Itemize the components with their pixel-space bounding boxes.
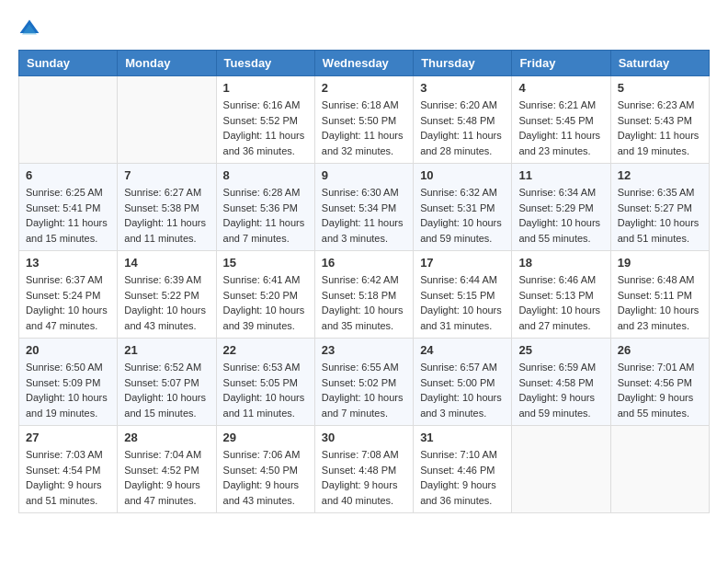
- day-number: 5: [618, 81, 702, 95]
- calendar-cell: 17Sunrise: 6:44 AMSunset: 5:15 PMDayligh…: [414, 251, 512, 339]
- weekday-header: Sunday: [19, 51, 118, 76]
- day-number: 18: [518, 256, 603, 270]
- day-info: Sunrise: 6:30 AMSunset: 5:34 PMDaylight:…: [322, 185, 406, 246]
- day-number: 1: [223, 81, 308, 95]
- weekday-header: Wednesday: [314, 51, 413, 76]
- calendar-cell: 5Sunrise: 6:23 AMSunset: 5:43 PMDaylight…: [610, 76, 709, 164]
- day-number: 14: [124, 256, 209, 270]
- calendar-cell: 12Sunrise: 6:35 AMSunset: 5:27 PMDayligh…: [610, 164, 709, 251]
- calendar-week-row: 20Sunrise: 6:50 AMSunset: 5:09 PMDayligh…: [19, 339, 710, 426]
- calendar-cell: 29Sunrise: 7:06 AMSunset: 4:50 PMDayligh…: [216, 426, 314, 513]
- calendar-cell: 26Sunrise: 7:01 AMSunset: 4:56 PMDayligh…: [610, 339, 709, 426]
- day-info: Sunrise: 7:10 AMSunset: 4:46 PMDaylight:…: [420, 447, 505, 508]
- day-number: 28: [124, 431, 209, 444]
- day-number: 11: [518, 168, 603, 182]
- day-number: 30: [322, 431, 406, 444]
- day-number: 31: [420, 431, 505, 444]
- day-info: Sunrise: 6:28 AMSunset: 5:36 PMDaylight:…: [223, 185, 308, 246]
- day-number: 19: [618, 256, 702, 270]
- day-info: Sunrise: 6:41 AMSunset: 5:20 PMDaylight:…: [223, 272, 308, 333]
- calendar-cell: 14Sunrise: 6:39 AMSunset: 5:22 PMDayligh…: [118, 251, 216, 339]
- day-number: 7: [124, 168, 209, 182]
- day-number: 15: [223, 256, 308, 270]
- logo: [18, 18, 44, 40]
- calendar-cell: 23Sunrise: 6:55 AMSunset: 5:02 PMDayligh…: [314, 339, 413, 426]
- calendar-cell: 2Sunrise: 6:18 AMSunset: 5:50 PMDaylight…: [314, 76, 413, 164]
- calendar-cell: [118, 76, 216, 164]
- day-number: 21: [124, 343, 209, 357]
- day-info: Sunrise: 7:03 AMSunset: 4:54 PMDaylight:…: [26, 447, 110, 508]
- day-info: Sunrise: 6:23 AMSunset: 5:43 PMDaylight:…: [618, 98, 702, 158]
- calendar-cell: 24Sunrise: 6:57 AMSunset: 5:00 PMDayligh…: [414, 339, 512, 426]
- day-number: 20: [26, 343, 110, 357]
- day-number: 29: [223, 431, 308, 444]
- calendar-cell: 13Sunrise: 6:37 AMSunset: 5:24 PMDayligh…: [19, 251, 118, 339]
- calendar-cell: [512, 426, 610, 513]
- day-number: 3: [420, 81, 505, 95]
- day-info: Sunrise: 6:42 AMSunset: 5:18 PMDaylight:…: [322, 272, 406, 333]
- calendar-week-row: 1Sunrise: 6:16 AMSunset: 5:52 PMDaylight…: [19, 76, 710, 164]
- day-info: Sunrise: 6:32 AMSunset: 5:31 PMDaylight:…: [420, 185, 505, 246]
- weekday-header: Saturday: [610, 51, 709, 76]
- calendar-cell: 10Sunrise: 6:32 AMSunset: 5:31 PMDayligh…: [414, 164, 512, 251]
- day-number: 2: [322, 81, 406, 95]
- day-number: 16: [322, 256, 406, 270]
- calendar-cell: [610, 426, 709, 513]
- calendar-week-row: 6Sunrise: 6:25 AMSunset: 5:41 PMDaylight…: [19, 164, 710, 251]
- calendar-cell: 19Sunrise: 6:48 AMSunset: 5:11 PMDayligh…: [610, 251, 709, 339]
- day-info: Sunrise: 7:01 AMSunset: 4:56 PMDaylight:…: [618, 360, 702, 420]
- day-number: 27: [26, 431, 110, 444]
- day-info: Sunrise: 7:04 AMSunset: 4:52 PMDaylight:…: [124, 447, 209, 508]
- calendar-cell: [19, 76, 118, 164]
- weekday-header: Friday: [512, 51, 610, 76]
- day-number: 23: [322, 343, 406, 357]
- day-number: 6: [26, 168, 110, 182]
- day-info: Sunrise: 6:27 AMSunset: 5:38 PMDaylight:…: [124, 185, 209, 246]
- calendar-cell: 21Sunrise: 6:52 AMSunset: 5:07 PMDayligh…: [118, 339, 216, 426]
- calendar-cell: 6Sunrise: 6:25 AMSunset: 5:41 PMDaylight…: [19, 164, 118, 251]
- calendar-cell: 1Sunrise: 6:16 AMSunset: 5:52 PMDaylight…: [216, 76, 314, 164]
- calendar-table: SundayMondayTuesdayWednesdayThursdayFrid…: [18, 50, 710, 513]
- day-info: Sunrise: 6:16 AMSunset: 5:52 PMDaylight:…: [223, 98, 308, 158]
- day-info: Sunrise: 6:20 AMSunset: 5:48 PMDaylight:…: [420, 98, 505, 158]
- day-info: Sunrise: 6:39 AMSunset: 5:22 PMDaylight:…: [124, 272, 209, 333]
- day-info: Sunrise: 6:48 AMSunset: 5:11 PMDaylight:…: [618, 272, 702, 333]
- day-info: Sunrise: 6:59 AMSunset: 4:58 PMDaylight:…: [518, 360, 603, 420]
- calendar-cell: 9Sunrise: 6:30 AMSunset: 5:34 PMDaylight…: [314, 164, 413, 251]
- calendar-cell: 20Sunrise: 6:50 AMSunset: 5:09 PMDayligh…: [19, 339, 118, 426]
- day-info: Sunrise: 6:25 AMSunset: 5:41 PMDaylight:…: [26, 185, 110, 246]
- weekday-header: Thursday: [414, 51, 512, 76]
- day-info: Sunrise: 6:57 AMSunset: 5:00 PMDaylight:…: [420, 360, 505, 420]
- day-info: Sunrise: 6:21 AMSunset: 5:45 PMDaylight:…: [518, 98, 603, 158]
- calendar-cell: 22Sunrise: 6:53 AMSunset: 5:05 PMDayligh…: [216, 339, 314, 426]
- day-info: Sunrise: 6:52 AMSunset: 5:07 PMDaylight:…: [124, 360, 209, 420]
- day-number: 24: [420, 343, 505, 357]
- calendar-cell: 15Sunrise: 6:41 AMSunset: 5:20 PMDayligh…: [216, 251, 314, 339]
- day-info: Sunrise: 6:34 AMSunset: 5:29 PMDaylight:…: [518, 185, 603, 246]
- day-number: 25: [518, 343, 603, 357]
- calendar-cell: 7Sunrise: 6:27 AMSunset: 5:38 PMDaylight…: [118, 164, 216, 251]
- calendar-cell: 18Sunrise: 6:46 AMSunset: 5:13 PMDayligh…: [512, 251, 610, 339]
- calendar-header-row: SundayMondayTuesdayWednesdayThursdayFrid…: [19, 51, 710, 76]
- logo-icon: [18, 18, 40, 40]
- day-info: Sunrise: 6:35 AMSunset: 5:27 PMDaylight:…: [618, 185, 702, 246]
- calendar-cell: 11Sunrise: 6:34 AMSunset: 5:29 PMDayligh…: [512, 164, 610, 251]
- calendar-cell: 30Sunrise: 7:08 AMSunset: 4:48 PMDayligh…: [314, 426, 413, 513]
- day-info: Sunrise: 6:44 AMSunset: 5:15 PMDaylight:…: [420, 272, 505, 333]
- weekday-header: Tuesday: [216, 51, 314, 76]
- day-info: Sunrise: 6:53 AMSunset: 5:05 PMDaylight:…: [223, 360, 308, 420]
- weekday-header: Monday: [118, 51, 216, 76]
- calendar-week-row: 27Sunrise: 7:03 AMSunset: 4:54 PMDayligh…: [19, 426, 710, 513]
- day-number: 22: [223, 343, 308, 357]
- calendar-week-row: 13Sunrise: 6:37 AMSunset: 5:24 PMDayligh…: [19, 251, 710, 339]
- day-info: Sunrise: 6:46 AMSunset: 5:13 PMDaylight:…: [518, 272, 603, 333]
- calendar-cell: 27Sunrise: 7:03 AMSunset: 4:54 PMDayligh…: [19, 426, 118, 513]
- day-info: Sunrise: 6:50 AMSunset: 5:09 PMDaylight:…: [26, 360, 110, 420]
- calendar-cell: 4Sunrise: 6:21 AMSunset: 5:45 PMDaylight…: [512, 76, 610, 164]
- day-number: 13: [26, 256, 110, 270]
- day-number: 8: [223, 168, 308, 182]
- calendar-cell: 31Sunrise: 7:10 AMSunset: 4:46 PMDayligh…: [414, 426, 512, 513]
- calendar-cell: 16Sunrise: 6:42 AMSunset: 5:18 PMDayligh…: [314, 251, 413, 339]
- day-number: 26: [618, 343, 702, 357]
- day-info: Sunrise: 6:55 AMSunset: 5:02 PMDaylight:…: [322, 360, 406, 420]
